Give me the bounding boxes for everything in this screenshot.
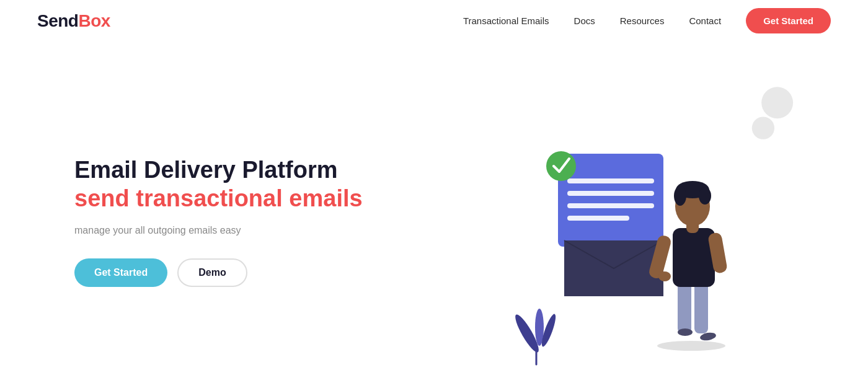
- svg-point-19: [658, 271, 671, 281]
- svg-point-25: [699, 187, 711, 205]
- svg-rect-14: [694, 281, 708, 333]
- svg-rect-13: [678, 281, 691, 333]
- svg-point-12: [657, 341, 725, 351]
- nav-contact[interactable]: Contact: [689, 15, 721, 26]
- logo-box: Box: [78, 11, 110, 30]
- svg-rect-8: [567, 191, 654, 196]
- hero-section: Email Delivery Platform send transaction…: [0, 42, 868, 383]
- main-nav: Transactional Emails Docs Resources Cont…: [463, 8, 831, 33]
- hero-title-line1: Email Delivery Platform: [74, 156, 363, 185]
- main-illustration-icon: [471, 110, 781, 371]
- hero-illustration: [446, 73, 806, 371]
- hero-demo-button[interactable]: Demo: [177, 258, 247, 287]
- hero-buttons: Get Started Demo: [74, 258, 363, 287]
- nav-transactional-emails[interactable]: Transactional Emails: [463, 15, 549, 26]
- logo-send: Send: [37, 11, 78, 30]
- site-header: SendBox Transactional Emails Docs Resour…: [0, 0, 868, 42]
- svg-rect-17: [673, 228, 715, 287]
- logo: SendBox: [37, 11, 110, 31]
- svg-point-11: [546, 151, 576, 181]
- svg-point-15: [678, 328, 693, 336]
- hero-subtitle: manage your all outgoing emails easy: [74, 225, 363, 236]
- nav-get-started-button[interactable]: Get Started: [746, 8, 831, 33]
- svg-rect-7: [567, 178, 654, 183]
- svg-rect-9: [567, 203, 654, 208]
- svg-point-24: [674, 186, 686, 206]
- nav-resources[interactable]: Resources: [620, 15, 665, 26]
- hero-text: Email Delivery Platform send transaction…: [74, 156, 363, 287]
- nav-docs[interactable]: Docs: [574, 15, 595, 26]
- hero-title-line2: send transactional emails: [74, 185, 363, 213]
- svg-rect-10: [567, 216, 629, 221]
- hero-get-started-button[interactable]: Get Started: [74, 258, 167, 287]
